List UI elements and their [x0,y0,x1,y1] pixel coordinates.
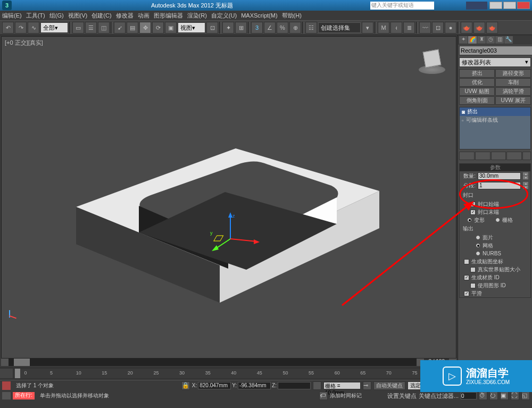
segs-spinner[interactable]: ▴▾ [523,182,528,189]
nav-fov-button[interactable]: ▣ [500,392,509,400]
align-button[interactable]: ⫞ [390,22,402,34]
percent-snap-button[interactable]: % [277,22,288,34]
timetag-icon[interactable]: 🏷 [319,392,328,400]
time-thumb[interactable] [15,369,20,378]
named-selset-input[interactable]: 创建选择集 [318,22,361,33]
autokey-button[interactable]: 自动关键点 [373,381,405,390]
menu-group[interactable]: 组(G) [49,12,64,20]
selset-arrow-button[interactable]: ▾ [362,22,373,34]
close-button[interactable] [517,2,530,9]
scroll-thumb[interactable] [14,359,30,366]
patch-radio[interactable] [476,235,480,240]
menu-modifiers[interactable]: 修改器 [116,12,134,20]
mirror-button[interactable]: M [378,22,389,34]
keymode-button-2[interactable]: ⊸ [363,381,371,390]
viewport[interactable]: [+0 正交][真实] [1,36,456,359]
ref-coord-dropdown[interactable]: 视图 ▾ [178,22,205,33]
modifier-list-dropdown[interactable]: 修改器列表▾ [459,57,531,67]
tab-motion[interactable]: ◷ [486,36,495,44]
amount-input[interactable]: 30.0mm [478,172,521,180]
macro-rec-icon[interactable] [2,392,11,399]
scroll-left-button[interactable] [1,359,9,366]
nurbs-radio[interactable] [476,251,480,256]
mod-turbosmooth-button[interactable]: 涡轮平滑 [495,87,531,96]
mod-extrude-button[interactable]: 挤出 [459,69,495,78]
mesh-radio[interactable] [476,243,480,248]
snap-3-button[interactable]: 3 [251,22,263,34]
move-button[interactable]: ✥ [139,22,151,34]
segs-input[interactable]: 1 [478,182,521,189]
coord-z-input[interactable] [278,382,311,389]
current-frame-input[interactable] [461,392,477,399]
maximize-button[interactable] [503,2,516,9]
curve-editor-button[interactable]: 〰 [419,22,431,34]
window-crossing-button[interactable]: ▤ [127,22,138,34]
scale-button[interactable]: ▣ [165,22,177,34]
redo-button[interactable]: ↷ [15,22,27,34]
amount-spinner[interactable]: ▴▾ [523,172,528,180]
show-end-button[interactable] [475,152,491,160]
timeconfig-button[interactable]: ⏱ [479,392,487,400]
minimize-button[interactable] [489,2,502,9]
menu-rendering[interactable]: 渲染(R) [187,12,207,20]
selection-filter-dropdown[interactable]: 全部 ▾ [40,22,68,33]
rotate-button[interactable]: ⟳ [152,22,164,34]
viewcube-compass-icon[interactable] [419,65,445,74]
menu-tools[interactable]: 工具(T) [26,12,45,20]
pivot-button[interactable]: ⊡ [206,22,218,34]
manip-button[interactable]: ✦ [222,22,234,34]
keyfilter-button[interactable]: 关键点过滤器... [419,392,459,400]
keymode-button[interactable]: ⊞ [235,22,247,34]
pin-stack-button[interactable] [459,152,475,160]
coord-mode-button[interactable] [313,381,321,390]
nav-maxview-button[interactable]: ⛶ [511,392,519,400]
lock-selection-button[interactable]: 🔒 [181,381,190,390]
layer-button[interactable]: ≣ [403,22,415,34]
angle-snap-button[interactable]: ∠ [264,22,276,34]
tab-create[interactable]: ✦ [459,36,468,44]
infocenter-icons[interactable] [466,2,487,10]
grid-radio[interactable] [495,218,500,222]
setkey-button[interactable]: 设置关键点 [387,392,417,400]
menu-grapheditors[interactable]: 图形编辑器 [154,12,183,20]
mod-optimize-button[interactable]: 优化 [459,78,495,87]
link-button[interactable]: ∿ [28,22,39,34]
menu-create[interactable]: 创建(C) [92,12,111,20]
move-gizmo[interactable]: z y [209,212,262,255]
menu-help[interactable]: 帮助(H) [282,12,302,20]
select-button[interactable]: ▭ [72,22,84,34]
material-button[interactable]: ● [445,22,456,34]
mod-bevelprofile-button[interactable]: 倒角剖面 [459,96,495,105]
coord-x-input[interactable] [198,382,231,389]
script-rec-icon[interactable] [2,381,11,390]
viewport-hscroll[interactable]: 0 / 100 [1,359,456,366]
schematic-button[interactable]: ⊡ [432,22,444,34]
viewcube-cube-icon[interactable] [423,49,442,68]
time-config-button[interactable] [0,369,13,378]
menu-views[interactable]: 视图(V) [68,12,88,20]
nav-orbit-button[interactable]: ⭮ [489,392,498,400]
coord-y-input[interactable] [238,382,271,389]
tab-utilities[interactable]: 🔧 [504,36,513,44]
render-button[interactable]: 🫖 [486,22,498,34]
mod-pathdef-button[interactable]: 路径变形 [495,69,531,78]
stack-item-spline[interactable]: ▫可编辑样条线 [460,116,530,124]
select-object-button[interactable]: ➹ [114,22,126,34]
mod-lathe-button[interactable]: 车削 [495,78,531,87]
menu-edit[interactable]: 编辑(E) [2,12,22,20]
morph-radio[interactable] [467,218,472,222]
menu-customize[interactable]: 自定义(U) [211,12,237,20]
nav-minview-button[interactable]: ◱ [521,392,530,400]
modifier-stack[interactable]: ◙挤出 ▫可编辑样条线 [459,107,531,149]
menu-maxscript[interactable]: MAXScript(M) [241,12,277,19]
help-search-input[interactable]: 键入关键字或短语 [370,2,434,10]
edit-selset-button[interactable]: ☷ [305,22,317,34]
timetag-label[interactable]: 添加时间标记 [330,392,362,399]
unique-button[interactable] [491,152,506,160]
select-name-button[interactable]: ☰ [85,22,97,34]
tab-display[interactable]: ▥ [495,36,504,44]
render-frame-button[interactable]: 🫖 [473,22,485,34]
tab-modify[interactable]: 🌈 [468,36,477,44]
spinner-snap-button[interactable]: ⊕ [289,22,301,34]
app-logo-icon[interactable]: 3 [2,1,12,10]
